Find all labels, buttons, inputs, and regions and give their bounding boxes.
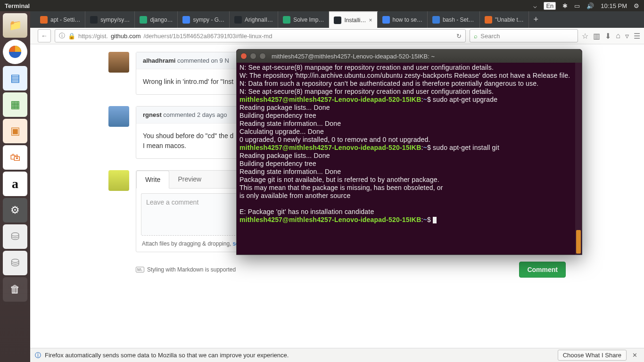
tab-close-icon[interactable]: × — [369, 17, 372, 24]
clock[interactable]: 10:15 PM — [601, 2, 627, 9]
tab-label: bash - Set … — [443, 16, 475, 23]
tab-label: "Unable t… — [495, 16, 524, 23]
terminal-titlebar[interactable]: mithlesh4257@mithlesh4257-Lenovo-ideapad… — [237, 49, 582, 63]
launcher-trash[interactable]: 🗑 — [3, 277, 27, 302]
tab-label: Solve Imp… — [293, 16, 324, 23]
tab-favicon — [334, 16, 341, 24]
library-icon[interactable]: ▥ — [593, 32, 600, 41]
tab-favicon — [283, 16, 290, 24]
url-path: /derhuerst/1b15ff4652a867391f03#file-lin… — [143, 33, 272, 40]
new-tab-button[interactable]: + — [529, 11, 543, 28]
tab-favicon — [485, 16, 492, 24]
launcher-disk-1[interactable]: ⛁ — [3, 224, 27, 249]
browser-tab[interactable]: Solve Imp… — [278, 11, 329, 28]
back-button[interactable]: ← — [38, 29, 51, 42]
tab-label: sympy/sy… — [100, 16, 130, 23]
volume-icon[interactable]: 🔊 — [586, 2, 594, 9]
info-icon: ⓘ — [35, 351, 41, 360]
browser-tab[interactable]: Installi…× — [329, 11, 377, 28]
comment-author[interactable]: alhadhrami — [143, 57, 175, 64]
tab-label: ArighnaII… — [245, 16, 273, 23]
tab-favicon — [432, 16, 440, 24]
browser-tab[interactable]: sympy - G… — [178, 11, 230, 28]
launcher-impress[interactable]: ▣ — [3, 119, 27, 143]
tab-preview[interactable]: Preview — [169, 171, 210, 188]
launcher-disk-2[interactable]: ⛁ — [3, 251, 27, 275]
comment-meta: commented 2 days ago — [162, 111, 227, 118]
launcher-firefox[interactable] — [3, 40, 27, 64]
system-tray: ⌵ En ✱ ▭ 🔊 10:15 PM ⚙ — [533, 2, 639, 10]
tab-favicon — [140, 16, 147, 24]
tab-label: how to se… — [393, 16, 422, 23]
tab-favicon — [90, 16, 98, 24]
browser-search-box[interactable]: ⌕ Search — [470, 29, 578, 42]
lock-icon: 🔒 — [68, 33, 75, 40]
battery-icon[interactable]: ▭ — [574, 2, 580, 9]
language-indicator[interactable]: En — [544, 2, 556, 10]
search-placeholder: Search — [480, 33, 500, 40]
launcher-software[interactable]: 🛍 — [3, 145, 27, 170]
firefox-data-notice: ⓘ Firefox automatically sends some data … — [30, 348, 644, 362]
reload-icon[interactable]: ↻ — [456, 33, 462, 40]
tab-label: apt - Setti… — [50, 16, 80, 23]
browser-tab[interactable]: "Unable t… — [480, 11, 529, 28]
browser-tab-strip: apt - Setti…sympy/sy…django…sympy - G…Ar… — [0, 11, 644, 28]
unity-launcher: 📁 ▤ ▦ ▣ 🛍 a ⚙ >_ ⛁ ⛁ 🗑 — [0, 11, 30, 362]
url-prefix: https://gist. — [78, 33, 108, 40]
url-bar[interactable]: ⓘ 🔒 https://gist.github.com/derhuerst/1b… — [55, 29, 466, 42]
browser-tab[interactable]: apt - Setti… — [35, 11, 85, 28]
terminal-title: mithlesh4257@mithlesh4257-Lenovo-ideapad… — [272, 53, 435, 60]
gear-icon[interactable]: ⚙ — [634, 2, 639, 9]
avatar[interactable] — [108, 52, 129, 73]
launcher-settings[interactable]: ⚙ — [3, 198, 27, 222]
terminal-window[interactable]: mithlesh4257@mithlesh4257-Lenovo-ideapad… — [236, 49, 582, 255]
wifi-icon[interactable]: ⌵ — [533, 2, 537, 9]
tab-label: sympy - G… — [193, 16, 224, 23]
browser-nav-toolbar: ← ⓘ 🔒 https://gist.github.com/derhuerst/… — [0, 28, 644, 44]
url-domain: github.com — [111, 33, 141, 40]
terminal-output[interactable]: N: See apt-secure(8) manpage for reposit… — [237, 63, 582, 225]
browser-tab[interactable]: how to se… — [378, 11, 428, 28]
comment-meta: commented on 9 N — [175, 57, 229, 64]
avatar[interactable] — [108, 170, 129, 191]
info-icon: ⓘ — [59, 32, 65, 40]
launcher-calc[interactable]: ▦ — [3, 92, 27, 117]
comment-author[interactable]: rgnest — [143, 111, 162, 118]
tab-favicon — [40, 16, 48, 24]
launcher-amazon[interactable]: a — [3, 172, 27, 196]
launcher-writer[interactable]: ▤ — [3, 66, 27, 90]
bluetooth-icon[interactable]: ✱ — [562, 2, 568, 9]
pocket-icon[interactable]: ▿ — [625, 32, 629, 41]
window-close-button[interactable] — [240, 53, 247, 59]
app-title: Terminal — [5, 2, 30, 9]
comment-button[interactable]: Comment — [519, 262, 566, 278]
downloads-icon[interactable]: ⬇ — [605, 32, 611, 41]
search-engine-icon: ⌕ — [474, 33, 478, 40]
close-icon[interactable]: ✕ — [630, 352, 639, 359]
browser-tab[interactable]: bash - Set … — [428, 11, 480, 28]
home-icon[interactable]: ⌂ — [616, 32, 620, 40]
avatar[interactable] — [108, 106, 129, 127]
tab-favicon — [182, 16, 190, 24]
window-minimize-button[interactable] — [250, 53, 256, 59]
tab-favicon — [234, 16, 242, 24]
window-maximize-button[interactable] — [259, 53, 266, 59]
browser-tab[interactable]: sympy/sy… — [85, 11, 135, 28]
browser-tab[interactable]: ArighnaII… — [230, 11, 278, 28]
menu-icon[interactable]: ☰ — [634, 32, 640, 41]
tab-label: Installi… — [344, 17, 366, 24]
terminal-cursor — [433, 217, 437, 223]
bookmark-star-icon[interactable]: ☆ — [582, 32, 588, 41]
markdown-hint: M↓Styling with Markdown is supported — [136, 266, 236, 273]
system-menubar: Terminal ⌵ En ✱ ▭ 🔊 10:15 PM ⚙ — [0, 0, 644, 11]
tab-favicon — [382, 16, 390, 24]
launcher-files[interactable]: 📁 — [3, 13, 27, 38]
browser-tab[interactable]: django… — [135, 11, 178, 28]
terminal-scrollbar[interactable] — [575, 63, 582, 255]
tab-label: django… — [150, 16, 173, 23]
choose-share-button[interactable]: Choose What I Share — [558, 350, 627, 361]
tab-write[interactable]: Write — [136, 171, 169, 189]
notice-text: Firefox automatically sends some data to… — [45, 352, 289, 359]
